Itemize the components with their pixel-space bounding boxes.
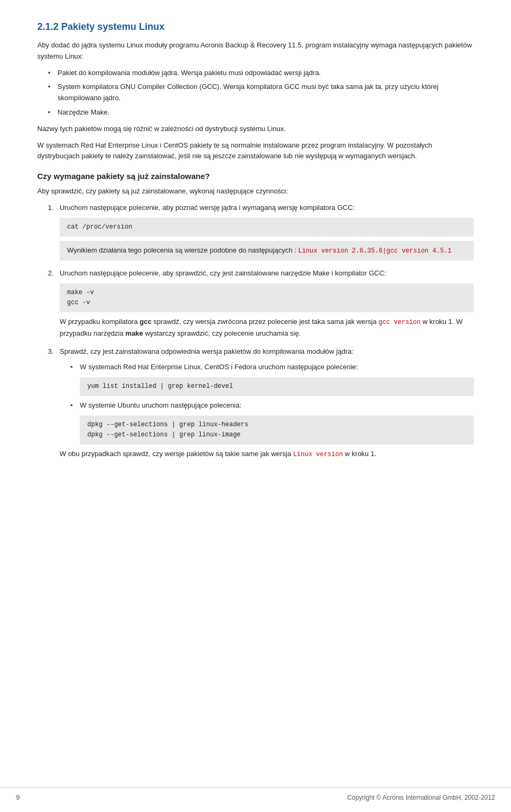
step-3-sub-item-2: W systemie Ubuntu uruchom następujące po… [70,400,474,444]
step-3-final-pre: W obu przypadkach sprawdź, czy wersje pa… [60,450,293,458]
step-2-code: make -v gcc -v [60,283,474,312]
names-note: Nazwy tych pakietów mogą się różnić w za… [37,124,474,135]
step-1: Uruchom następujące polecenie, aby pozna… [48,202,474,261]
step-3-sub-code-2: dpkg --get-selections | grep linux-heade… [80,416,474,444]
step-3-sub-list: W systemach Red Hat Enterprise Linux, Ce… [70,362,474,444]
step-2-mid1: sprawdź, czy wersja zwrócona przez polec… [152,318,378,326]
section-title: 2.1.2 Pakiety systemu Linux [37,21,474,33]
page-number: 9 [16,793,20,801]
step-1-text: Uruchom następujące polecenie, aby pozna… [60,204,355,212]
list-item: Narzędzie Make. [48,107,474,118]
step-3: Sprawdź, czy jest zainstalowana odpowied… [48,346,474,460]
step-2-note-pre: W przypadku kompilatora [60,318,139,326]
page-wrapper: 2.1.2 Pakiety systemu Linux Aby dodać do… [0,0,511,812]
step-2-end: wystarczy sprawdzić, czy polecenie uruch… [143,329,301,337]
step-2: Uruchom następujące polecenie, aby spraw… [48,268,474,339]
step-1-code: cat /proc/version [60,218,474,237]
step-3-final-inline: Linux version [293,451,343,458]
step-2-text: Uruchom następujące polecenie, aby spraw… [60,269,386,277]
page-footer: 9 Copyright © Acronis International GmbH… [0,787,511,801]
step-3-sub-item-1: W systemach Red Hat Enterprise Linux, Ce… [70,362,474,396]
check-intro: Aby sprawdzić, czy pakiety są już zainst… [37,186,474,197]
step-1-result-text: Wynikiem działania tego polecenia są wie… [67,246,296,254]
step-3-final-note: W obu przypadkach sprawdź, czy wersje pa… [60,449,474,460]
step-3-sub-label-2: W systemie Ubuntu uruchom następujące po… [80,401,242,409]
step-2-bold2: make [126,329,143,337]
copyright-text: Copyright © Acronis International GmbH, … [347,794,495,801]
requirements-list: Pakiet do kompilowania modułów jądra. We… [48,68,474,118]
steps-list: Uruchom następujące polecenie, aby pozna… [48,202,474,460]
step-3-sub-label-1: W systemach Red Hat Enterprise Linux, Ce… [80,363,358,371]
step-2-bold1: gcc [139,318,151,326]
redhat-note: W systemach Red Hat Enterprise Linux i C… [37,140,474,163]
list-item: System kompilatora GNU Compiler Collecti… [48,82,474,104]
step-2-note: W przypadku kompilatora gcc sprawdź, czy… [60,316,474,339]
step-3-sub-code-1: yum list installed | grep kernel-devel [80,377,474,396]
step-1-result: Wynikiem działania tego polecenia są wie… [60,241,474,261]
step-3-final-end: w kroku 1. [343,450,376,458]
step-2-inline1: gcc version [378,319,421,326]
step-3-text: Sprawdź, czy jest zainstalowana odpowied… [60,347,353,355]
intro-paragraph: Aby dodać do jądra systemu Linux moduły … [37,40,474,62]
subsection-heading: Czy wymagane pakiety są już zainstalowan… [37,172,474,181]
step-1-result-code: Linux version 2.6.35.6|gcc version 4.5.1 [298,247,451,255]
list-item: Pakiet do kompilowania modułów jądra. We… [48,68,474,79]
